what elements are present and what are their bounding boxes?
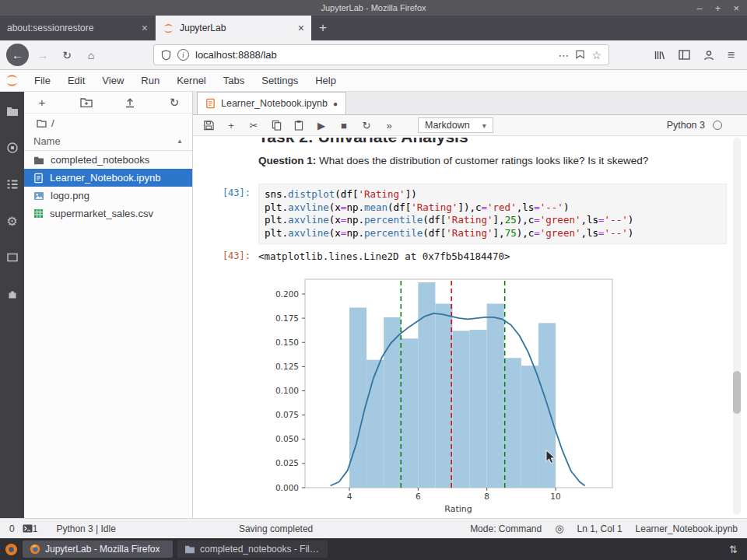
back-button[interactable]: ← (6, 44, 29, 66)
question-paragraph: Question 1: What does the distribution o… (258, 154, 727, 167)
kernel-status-icon[interactable] (713, 121, 722, 130)
jupyterlab-menubar: File Edit View Run Kernel Tabs Settings … (0, 70, 747, 92)
notification-icon[interactable]: ◎ (555, 523, 563, 534)
menu-run[interactable]: Run (132, 70, 168, 92)
account-icon[interactable] (703, 50, 714, 61)
restart-kernel-icon[interactable]: ↻ (360, 119, 373, 131)
file-item-logo-png[interactable]: logo.png (24, 187, 192, 205)
browser-toolbar: ← → ↻ ⌂ i localhost:8888/lab ⋯ ☆ ≡ (0, 40, 747, 70)
new-folder-button[interactable] (79, 96, 93, 110)
cursor-position[interactable]: Ln 1, Col 1 (577, 523, 622, 534)
sort-caret-icon: ▲ (177, 138, 183, 145)
output-text: <matplotlib.lines.Line2D at 0x7fb5b41844… (258, 250, 510, 263)
menu-settings[interactable]: Settings (253, 70, 307, 92)
open-tabs-icon[interactable] (5, 250, 19, 264)
menu-edit[interactable]: Edit (59, 70, 93, 92)
site-info-icon[interactable]: i (177, 49, 189, 61)
upload-button[interactable] (123, 96, 137, 110)
tab-close-icon[interactable]: × (142, 22, 148, 34)
sidebars-icon[interactable] (679, 50, 690, 60)
menu-view[interactable]: View (93, 70, 132, 92)
menu-hamburger-icon[interactable]: ≡ (728, 48, 735, 62)
kernel-status-text[interactable]: Python 3 | Idle (56, 523, 116, 534)
page-actions-icon[interactable]: ⋯ (558, 49, 569, 61)
activity-bar: ⚙ (0, 92, 24, 518)
bookmark-star-icon[interactable]: ☆ (591, 49, 601, 61)
running-sessions-icon[interactable] (5, 141, 19, 155)
cut-cells-icon[interactable]: ✂ (247, 119, 260, 131)
svg-text:6: 6 (416, 492, 421, 501)
command-palette-icon[interactable] (5, 177, 19, 191)
svg-text:0.200: 0.200 (275, 289, 299, 299)
menu-help[interactable]: Help (307, 70, 345, 92)
run-cell-icon[interactable]: ▶ (315, 119, 328, 131)
notebook-icon (205, 98, 216, 109)
home-folder-icon[interactable] (37, 119, 47, 128)
svg-text:0.125: 0.125 (275, 362, 299, 371)
desktop-taskbar: JupyterLab - Mozilla Firefox completed_n… (0, 538, 747, 560)
mouse-cursor (545, 450, 556, 465)
run-all-icon[interactable]: » (383, 119, 395, 131)
close-button[interactable]: × (733, 2, 739, 14)
browser-tab-sessionrestore[interactable]: about:sessionrestore × (0, 16, 156, 40)
reload-button[interactable]: ↻ (57, 45, 77, 65)
window-titlebar: JupyterLab - Mozilla Firefox – + × (0, 0, 747, 16)
terminal-icon[interactable] (23, 524, 33, 533)
interrupt-kernel-icon[interactable]: ■ (338, 119, 350, 131)
folder-icon (184, 544, 195, 554)
svg-text:10: 10 (550, 492, 560, 501)
browser-tab-jupyterlab[interactable]: JupyterLab × (156, 16, 311, 40)
terminals-count[interactable]: 0 (9, 523, 15, 534)
notebook-scrollbar[interactable] (733, 138, 741, 515)
scrollbar-thumb[interactable] (733, 371, 741, 414)
paste-cells-icon[interactable] (293, 119, 305, 131)
library-icon[interactable] (654, 50, 665, 61)
url-bar[interactable]: i localhost:8888/lab ⋯ ☆ (153, 44, 609, 65)
maximize-button[interactable]: + (715, 2, 721, 14)
kernel-name[interactable]: Python 3 (667, 120, 705, 131)
kernels-count[interactable]: 1 (33, 523, 38, 534)
notebook-mode[interactable]: Mode: Command (470, 523, 542, 534)
file-item-supermarket-sales-csv[interactable]: supermarket_sales.csv (24, 205, 192, 222)
output-figure-container: 0.0000.0250.0500.0750.1000.1250.1500.175… (258, 268, 747, 516)
add-cell-icon[interactable]: + (225, 119, 237, 131)
question-label: Question 1: (258, 155, 316, 166)
menu-tabs[interactable]: Tabs (215, 70, 253, 92)
menu-kernel[interactable]: Kernel (168, 70, 215, 92)
save-icon[interactable] (202, 119, 215, 131)
new-tab-button[interactable]: + (311, 16, 335, 40)
file-browser-toolbar: + ↻ (24, 92, 192, 114)
jupyter-logo (5, 73, 19, 88)
taskbar-window-filemanager[interactable]: completed_notebooks - File ... (177, 541, 328, 558)
minimize-button[interactable]: – (697, 2, 703, 14)
cell-type-dropdown[interactable]: Markdown ▾ (418, 117, 493, 133)
menu-file[interactable]: File (26, 70, 59, 92)
new-launcher-button[interactable]: + (35, 96, 49, 110)
unsaved-changes-icon[interactable]: ● (333, 100, 338, 108)
svg-text:0.100: 0.100 (275, 386, 299, 395)
file-item-learner-notebook[interactable]: Learner_Notebook.ipynb (24, 169, 192, 187)
forward-button[interactable]: → (33, 45, 53, 65)
file-item-completed-notebooks[interactable]: completed_notebooks (24, 151, 192, 169)
notebook-tab[interactable]: Learner_Notebook.ipynb ● (197, 92, 346, 114)
breadcrumb[interactable]: / (24, 114, 192, 132)
statusbar-filename: Learner_Notebook.ipynb (636, 523, 738, 534)
property-inspector-icon[interactable]: ⚙ (5, 214, 19, 228)
applications-menu-icon[interactable] (5, 543, 18, 556)
copy-cells-icon[interactable] (270, 119, 282, 131)
file-browser-panel: + ↻ / Name ▲ completed_notebooks (24, 92, 193, 518)
window-title: JupyterLab - Mozilla Firefox (321, 3, 426, 12)
file-browser-icon[interactable] (5, 104, 19, 118)
home-button[interactable]: ⌂ (81, 45, 101, 65)
shield-icon[interactable] (161, 50, 171, 61)
pocket-icon[interactable] (575, 50, 585, 60)
tray-network-icon[interactable]: ⇅ (729, 544, 738, 555)
jupyterlab-body: ⚙ + ↻ / Name ▲ (0, 92, 747, 518)
file-list-header[interactable]: Name ▲ (24, 132, 192, 151)
code-line: sns.distplot(df['Rating']) (265, 188, 721, 201)
tab-close-icon[interactable]: × (298, 22, 304, 34)
taskbar-window-firefox[interactable]: JupyterLab - Mozilla Firefox (23, 541, 173, 558)
code-editor[interactable]: sns.distplot(df['Rating'])plt.axvline(x=… (258, 184, 727, 244)
refresh-button[interactable]: ↻ (167, 96, 181, 110)
extension-manager-icon[interactable] (5, 287, 19, 301)
